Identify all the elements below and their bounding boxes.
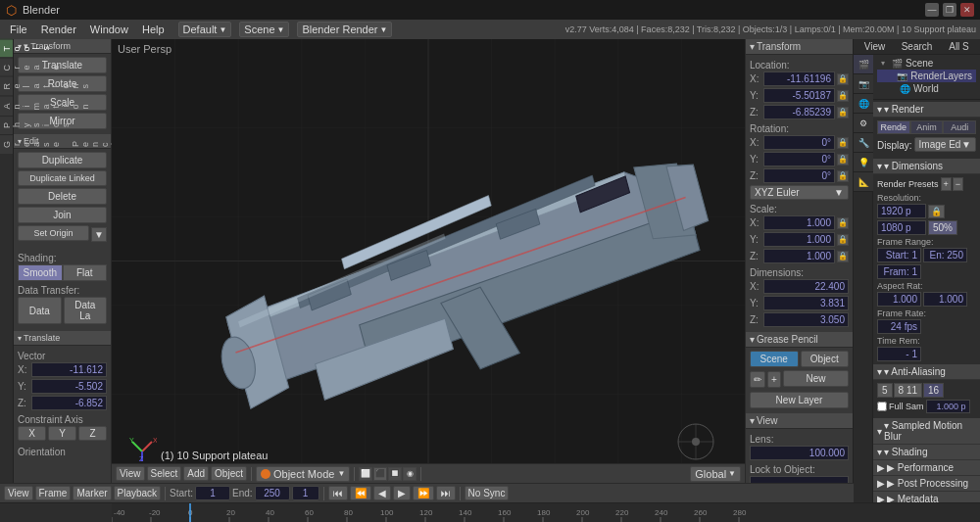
render-tab-icon[interactable]: 📷 [854, 74, 873, 94]
add-menu-button[interactable]: Add [183, 466, 209, 481]
no-sync-button[interactable]: No Sync [465, 486, 510, 500]
gp-new-layer-button[interactable]: New Layer [750, 392, 849, 408]
frame-button[interactable]: Frame [35, 486, 72, 500]
data-button[interactable]: Data [18, 297, 62, 324]
maximize-button[interactable]: ❐ [943, 3, 956, 17]
scene-tab-icon[interactable]: 🎬 [854, 55, 873, 74]
display-dropdown[interactable]: Image Ed ▼ [914, 137, 976, 152]
scene-tree-renderlayers[interactable]: 📷 RenderLayers [877, 70, 976, 82]
world-tab-icon[interactable]: 🌐 [854, 94, 873, 114]
loc-x-field[interactable]: -11.61196 [763, 71, 835, 86]
end-frame-field[interactable]: En: 250 [923, 248, 967, 262]
aa-5-button[interactable]: 5 [877, 383, 893, 398]
select-menu-button[interactable]: Select [147, 466, 182, 481]
smooth-button[interactable]: Smooth [18, 264, 63, 281]
dim-y-field[interactable]: 3.831 [763, 296, 849, 310]
rot-x-lock[interactable]: 🔒 [837, 137, 849, 149]
modifier-tab-icon[interactable]: 🔧 [854, 133, 873, 153]
global-selector[interactable]: Global ▼ [690, 466, 741, 482]
scene-tree-scene[interactable]: ▾ 🎬 Scene [877, 57, 976, 70]
physics-tab-icon[interactable]: 📐 [854, 172, 873, 192]
menu-render[interactable]: Render [35, 23, 82, 36]
texture-icon[interactable]: 🔲 [388, 467, 402, 481]
transform-panel-header[interactable]: ▾ Transform [746, 39, 853, 55]
wireframe-icon[interactable]: ⬜ [359, 467, 372, 481]
audio-tab[interactable]: Audi [943, 120, 976, 134]
rot-y-field[interactable]: 0° [763, 152, 835, 166]
render-tab[interactable]: Rende [877, 120, 910, 134]
join-button[interactable]: Join [18, 207, 107, 223]
lock-aspect-button[interactable]: 🔒 [928, 205, 945, 218]
scale-x-field[interactable]: 1.000 [763, 215, 835, 230]
left-tab-grease-pencil[interactable]: GreasePencil [0, 134, 13, 154]
object-tab-icon[interactable]: ⚙ [854, 114, 873, 133]
mode-selector[interactable]: Object Mode ▼ [256, 466, 350, 482]
view-timeline-button[interactable]: View [4, 486, 33, 500]
workspace-selector[interactable]: Default ▼ [178, 22, 232, 37]
axis-y-button[interactable]: Y [48, 426, 76, 441]
scene-tree-world[interactable]: 🌐 World [877, 82, 976, 95]
solid-icon[interactable]: ⬛ [373, 467, 387, 481]
left-tab-relations[interactable]: Relations [0, 76, 13, 96]
loc-z-field[interactable]: -6.85239 [763, 105, 835, 119]
asp-y-field[interactable]: 1.000 [923, 292, 967, 307]
res-x-field[interactable]: 1920 p [877, 204, 926, 218]
current-frame-field[interactable]: Fram: 1 [877, 264, 921, 279]
left-tab-create[interactable]: Create [0, 58, 13, 77]
jump-start-button[interactable]: ⏮ [328, 486, 348, 500]
dimensions-section-header[interactable]: ▾ ▾ Dimensions [873, 159, 980, 174]
set-origin-dropdown[interactable]: ▼ [91, 227, 107, 242]
render-section-header[interactable]: ▾ ▾ Render [873, 102, 980, 118]
sampled-motion-header[interactable]: ▾ ▾ Sampled Motion Blur [873, 418, 980, 445]
play-button[interactable]: ▶ [393, 486, 411, 500]
loc-y-field[interactable]: -5.50187 [763, 88, 835, 103]
post-processing-header[interactable]: ▶ ▶ Post Processing [873, 476, 980, 492]
left-tab-tools[interactable]: Tools [0, 39, 13, 58]
left-tab-animation[interactable]: Animation [0, 96, 13, 117]
translate-section-header[interactable]: ▾ Translate [14, 331, 111, 346]
axis-x-button[interactable]: X [18, 426, 46, 441]
right-search-tab[interactable]: Search [896, 39, 938, 54]
duplicate-linked-button[interactable]: Duplicate Linked [18, 170, 107, 186]
rotation-mode-dropdown[interactable]: XYZ Euler ▼ [750, 185, 849, 200]
titlebar-controls[interactable]: — ❐ ✕ [925, 3, 974, 17]
duplicate-button[interactable]: Duplicate [18, 152, 107, 168]
dim-x-field[interactable]: 22.400 [763, 279, 849, 294]
anim-tab[interactable]: Anim [910, 120, 944, 134]
start-frame-input[interactable]: 1 [195, 486, 230, 500]
res-percent-field[interactable]: 50% [928, 220, 957, 235]
step-forward-button[interactable]: ⏩ [413, 486, 434, 500]
minimize-button[interactable]: — [925, 3, 939, 17]
menu-window[interactable]: Window [84, 23, 134, 36]
rot-x-field[interactable]: 0° [763, 135, 835, 150]
gp-pencil-button[interactable]: ✏ [750, 371, 765, 388]
particles-tab-icon[interactable]: 💡 [854, 153, 873, 172]
step-back-button[interactable]: ⏪ [350, 486, 371, 500]
gp-scene-button[interactable]: Scene [750, 351, 799, 367]
scale-z-field[interactable]: 1.000 [763, 249, 835, 263]
right-shading-header[interactable]: ▾ ▾ Shading [873, 445, 980, 460]
viewport[interactable]: User Persp X Y Z (1) 10 Support plateau … [112, 39, 745, 483]
view-menu-button[interactable]: View [116, 466, 145, 481]
scale-y-field[interactable]: 1.000 [763, 232, 835, 247]
full-sample-checkbox[interactable] [877, 402, 887, 411]
performance-header[interactable]: ▶ ▶ Performance [873, 460, 980, 476]
scene-selector[interactable]: Scene ▼ [239, 22, 289, 37]
gp-add-button[interactable]: + [767, 371, 781, 388]
start-frame-field[interactable]: Start: 1 [877, 248, 921, 262]
aa-section-header[interactable]: ▾ ▾ Anti-Aliasing [873, 364, 980, 380]
view-section-header[interactable]: ▾ View [746, 413, 853, 429]
gp-object-button[interactable]: Object [801, 351, 850, 367]
res-y-field[interactable]: 1080 p [877, 220, 926, 235]
right-alls-tab[interactable]: All S [938, 39, 980, 54]
lens-field[interactable]: 100.000 [750, 446, 849, 460]
left-tab-physics[interactable]: Physics [0, 116, 13, 134]
marker-button[interactable]: Marker [73, 486, 111, 500]
jump-end-button[interactable]: ⏭ [436, 486, 456, 500]
delete-button[interactable]: Delete [18, 188, 107, 205]
full-sample-field[interactable]: 1.000 p [926, 400, 970, 413]
lock-object-field[interactable] [750, 476, 849, 483]
render-preset-add[interactable]: + [941, 177, 952, 191]
scale-z-lock[interactable]: 🔒 [837, 251, 849, 262]
right-view-tab[interactable]: View [854, 39, 896, 54]
